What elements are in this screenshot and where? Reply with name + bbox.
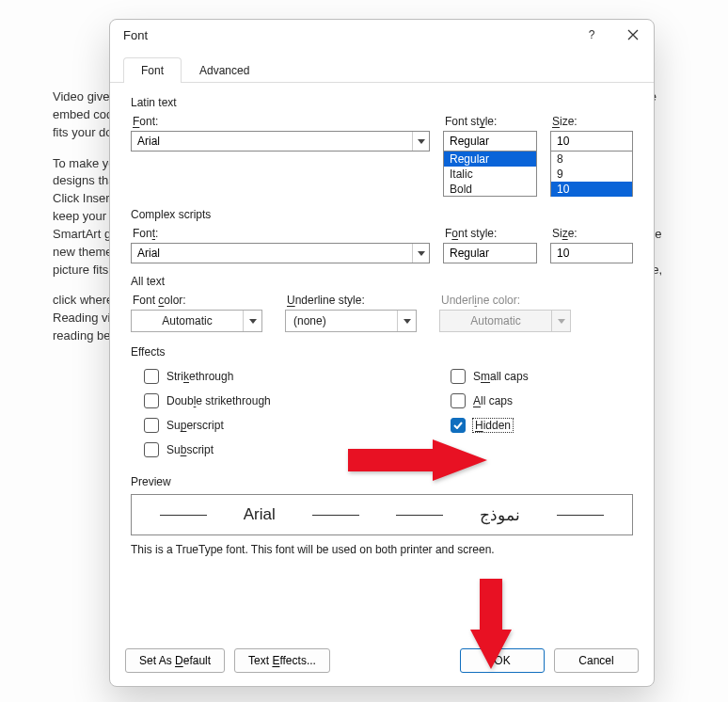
small-caps-checkbox[interactable]: Small caps bbox=[451, 364, 633, 389]
strikethrough-label: Strikethrough bbox=[166, 370, 233, 383]
superscript-label: Superscript bbox=[166, 419, 224, 432]
latin-size-field[interactable] bbox=[550, 131, 633, 152]
svg-marker-1 bbox=[470, 579, 512, 669]
tab-font[interactable]: Font bbox=[123, 57, 182, 83]
tab-advanced[interactable]: Advanced bbox=[182, 57, 267, 83]
svg-marker-0 bbox=[348, 439, 487, 481]
annotation-arrow-ok bbox=[470, 579, 512, 672]
cancel-button[interactable]: Cancel bbox=[554, 648, 639, 673]
effects-group-label: Effects bbox=[131, 345, 633, 359]
latin-style-listbox[interactable]: Regular Italic Bold bbox=[443, 152, 537, 197]
latin-size-label: Size: bbox=[552, 115, 633, 128]
hidden-checkbox[interactable]: Hidden bbox=[451, 413, 633, 438]
latin-font-label: Font: bbox=[133, 115, 430, 128]
latin-font-combobox[interactable] bbox=[131, 131, 430, 152]
all-text-group-label: All text bbox=[131, 275, 633, 288]
button-bar: Set As Default Text Effects... OK Cancel bbox=[110, 637, 654, 686]
latin-style-field[interactable] bbox=[443, 131, 537, 152]
chevron-down-icon bbox=[397, 311, 416, 331]
titlebar: Font ? bbox=[110, 20, 654, 50]
chevron-down-icon bbox=[243, 311, 261, 331]
complex-style-combobox[interactable] bbox=[443, 243, 537, 263]
dialog-title: Font bbox=[123, 28, 148, 42]
latin-font-input[interactable] bbox=[132, 132, 412, 151]
font-color-select[interactable]: Automatic bbox=[131, 310, 262, 332]
annotation-arrow-hidden bbox=[348, 439, 487, 484]
tab-strip: Font Advanced bbox=[110, 50, 654, 83]
all-caps-label: All caps bbox=[473, 394, 513, 407]
all-caps-checkbox[interactable]: All caps bbox=[451, 389, 633, 413]
latin-size-listbox[interactable]: 8 9 10 bbox=[550, 152, 633, 197]
font-color-label: Font color: bbox=[133, 294, 262, 307]
preview-sample-arabic: نموذج bbox=[480, 505, 520, 525]
list-item[interactable]: 8 bbox=[551, 152, 632, 167]
font-dialog: Font ? Font Advanced Latin text Font: Fo… bbox=[109, 19, 655, 687]
double-strikethrough-checkbox[interactable]: Double strikethrough bbox=[144, 389, 451, 413]
latin-font-dropdown-button[interactable] bbox=[412, 132, 429, 151]
text-effects-button[interactable]: Text Effects... bbox=[234, 648, 330, 673]
complex-style-label: Font style: bbox=[445, 227, 537, 240]
underline-color-label: Underline color: bbox=[441, 294, 571, 307]
latin-text-group-label: Latin text bbox=[131, 96, 633, 109]
hidden-label: Hidden bbox=[473, 419, 513, 432]
complex-font-label: Font: bbox=[133, 227, 430, 240]
chevron-down-icon[interactable] bbox=[412, 244, 429, 263]
preview-box: Arial نموذج bbox=[131, 494, 633, 535]
double-strikethrough-label: Double strikethrough bbox=[166, 394, 271, 407]
complex-font-combobox[interactable] bbox=[131, 243, 430, 263]
list-item[interactable]: 9 bbox=[551, 167, 632, 182]
list-item[interactable]: 10 bbox=[551, 182, 632, 197]
help-button[interactable]: ? bbox=[571, 20, 612, 50]
list-item[interactable]: Bold bbox=[444, 182, 536, 197]
complex-size-combobox[interactable] bbox=[550, 243, 633, 263]
underline-color-select: Automatic bbox=[439, 310, 571, 332]
subscript-label: Subscript bbox=[166, 443, 214, 456]
list-item[interactable]: Italic bbox=[444, 167, 536, 182]
preview-note: This is a TrueType font. This font will … bbox=[131, 543, 633, 556]
preview-sample-latin: Arial bbox=[244, 505, 276, 524]
set-as-default-button[interactable]: Set As Default bbox=[125, 648, 225, 673]
superscript-checkbox[interactable]: Superscript bbox=[144, 413, 451, 438]
close-icon bbox=[627, 29, 639, 40]
complex-scripts-group-label: Complex scripts bbox=[131, 208, 633, 221]
list-item[interactable]: Regular bbox=[444, 152, 536, 167]
small-caps-label: Small caps bbox=[473, 370, 529, 383]
underline-style-select[interactable]: (none) bbox=[285, 310, 417, 332]
underline-style-label: Underline style: bbox=[287, 294, 417, 307]
close-button[interactable] bbox=[612, 20, 654, 50]
strikethrough-checkbox[interactable]: Strikethrough bbox=[144, 364, 451, 389]
latin-style-label: Font style: bbox=[445, 115, 537, 128]
chevron-down-icon bbox=[551, 311, 570, 331]
complex-size-label: Size: bbox=[552, 227, 633, 240]
